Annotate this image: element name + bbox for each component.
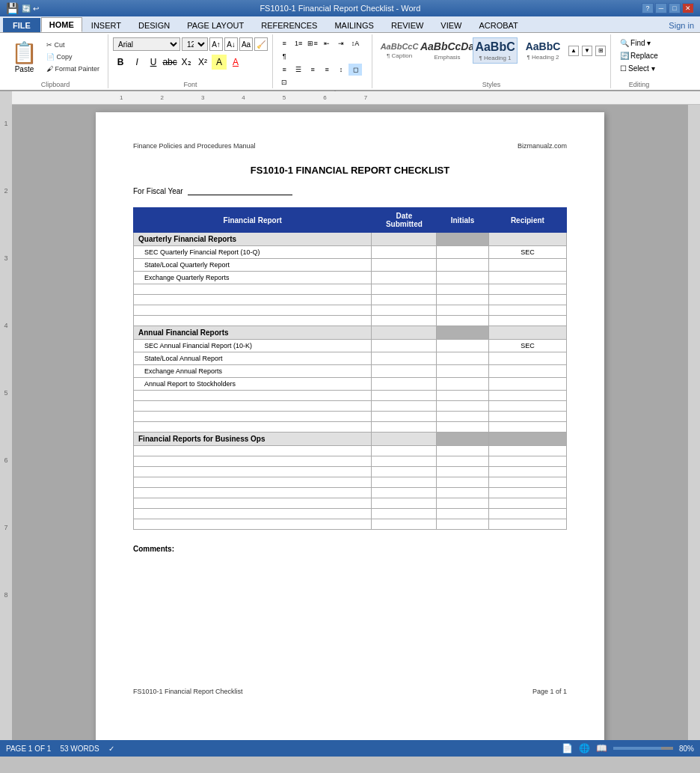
sidebar-num-2: 2 xyxy=(4,187,7,195)
tab-references[interactable]: REFERENCES xyxy=(253,18,325,32)
format-painter-button[interactable]: 🖌 Format Painter xyxy=(43,64,103,74)
cut-button[interactable]: ✂ Cut xyxy=(43,40,103,50)
row-stockholders-submitted xyxy=(372,378,437,391)
borders-button[interactable]: ⊡ xyxy=(277,76,291,88)
fiscal-year-input-line xyxy=(188,186,292,195)
change-case-button[interactable]: Aa xyxy=(239,37,253,51)
copy-button[interactable]: 📄 Copy xyxy=(43,52,103,62)
style-caption[interactable]: AaBbCcC ¶ Caption xyxy=(377,40,422,61)
col-header-submitted: DateSubmitted xyxy=(372,208,437,233)
tab-view[interactable]: VIEW xyxy=(432,18,470,32)
find-button[interactable]: 🔍 Find ▾ xyxy=(615,37,663,49)
tab-acrobat[interactable]: ACROBAT xyxy=(470,18,526,32)
replace-button[interactable]: 🔄 Replace xyxy=(615,50,663,61)
status-right: 📄 🌐 📖 80% xyxy=(562,743,694,754)
close-button[interactable]: ✕ xyxy=(682,3,694,13)
bullets-button[interactable]: ≡ xyxy=(277,37,291,49)
bold-button[interactable]: B xyxy=(113,55,128,70)
style-heading1[interactable]: AaBbC ¶ Heading 1 xyxy=(473,37,518,64)
tab-page-layout[interactable]: PAGE LAYOUT xyxy=(179,18,252,32)
tab-design[interactable]: DESIGN xyxy=(130,18,178,32)
tab-insert[interactable]: INSERT xyxy=(83,18,129,32)
superscript-button[interactable]: X² xyxy=(195,55,210,70)
document-scroll-area[interactable]: Finance Policies and Procedures Manual B… xyxy=(12,105,688,740)
right-scrollbar[interactable] xyxy=(688,105,700,740)
status-bar: PAGE 1 OF 1 53 WORDS ✓ 📄 🌐 📖 80% xyxy=(0,740,700,757)
font-color-button[interactable]: A xyxy=(228,55,243,70)
table-row xyxy=(134,295,567,305)
row-exchangea-submitted xyxy=(372,365,437,378)
underline-button[interactable]: U xyxy=(146,55,161,70)
styles-area: AaBbCcC ¶ Caption AaBbCcDa Emphasis AaBb… xyxy=(377,34,606,67)
style-heading1-label: ¶ Heading 1 xyxy=(479,55,512,61)
select-button[interactable]: ☐ Select ▾ xyxy=(615,63,663,74)
table-row xyxy=(134,456,567,467)
help-button[interactable]: ? xyxy=(642,3,654,13)
increase-indent-button[interactable]: ⇥ xyxy=(334,37,348,49)
align-left-button[interactable]: ≡ xyxy=(277,64,291,76)
tab-mailings[interactable]: MAILINGS xyxy=(326,18,382,32)
decrease-indent-button[interactable]: ⇤ xyxy=(320,37,334,49)
status-left: PAGE 1 OF 1 53 WORDS ✓ xyxy=(6,745,114,753)
col-header-initials: Initials xyxy=(437,208,488,233)
view-web-icon[interactable]: 🌐 xyxy=(579,743,590,754)
ribbon-group-clipboard: 📋 Paste ✂ Cut 📄 Copy 🖌 Format Painter Cl… xyxy=(3,34,108,88)
row-stockholders-recipient xyxy=(488,378,566,391)
numbering-button[interactable]: 1≡ xyxy=(292,37,305,49)
style-emphasis[interactable]: AaBbCcDa Emphasis xyxy=(425,38,470,63)
paste-button[interactable]: 📋 Paste xyxy=(7,38,41,76)
annual-submitted xyxy=(372,326,437,340)
paste-label: Paste xyxy=(15,65,34,73)
subscript-button[interactable]: X₂ xyxy=(179,55,194,70)
maximize-button[interactable]: □ xyxy=(669,3,681,13)
align-right-button[interactable]: ≡ xyxy=(306,64,319,76)
tab-file[interactable]: FILE xyxy=(3,18,40,32)
sort-button[interactable]: ↕A xyxy=(349,37,362,49)
fiscal-year-line: For Fiscal Year xyxy=(133,186,567,195)
align-center-button[interactable]: ☰ xyxy=(292,64,305,76)
style-heading2-label: ¶ Heading 2 xyxy=(527,54,559,61)
increase-font-button[interactable]: A↑ xyxy=(209,37,223,51)
row-exchangeq-recipient xyxy=(488,272,566,284)
italic-button[interactable]: I xyxy=(129,55,144,70)
strikethrough-button[interactable]: abc xyxy=(162,55,177,70)
show-formatting-button[interactable]: ¶ xyxy=(277,50,291,62)
title-bar-controls[interactable]: ? ─ □ ✕ xyxy=(642,3,694,13)
annual-initials xyxy=(437,326,488,340)
styles-scroll-up[interactable]: ▲ xyxy=(568,46,579,56)
style-heading2[interactable]: AaBbC ¶ Heading 2 xyxy=(521,38,565,63)
document-page[interactable]: Finance Policies and Procedures Manual B… xyxy=(96,112,604,740)
table-row: SEC Annual Financial Report (10-K) SEC xyxy=(134,340,567,352)
justify-button[interactable]: ≡ xyxy=(320,64,334,76)
minimize-button[interactable]: ─ xyxy=(655,3,667,13)
view-print-icon[interactable]: 📄 xyxy=(562,743,573,754)
row-statea-initials xyxy=(437,352,488,365)
row-stockholders-report: Annual Report to Stockholders xyxy=(134,378,372,391)
view-read-icon[interactable]: 📖 xyxy=(596,743,607,754)
tab-review[interactable]: REVIEW xyxy=(383,18,432,32)
sign-in-link[interactable]: Sign in xyxy=(663,19,700,32)
title-bar: 💾 🔄 ↩ FS1010-1 Financial Report Checklis… xyxy=(0,0,700,16)
highlight-button[interactable]: A xyxy=(212,55,227,70)
paragraph-buttons-row1: ≡ 1≡ ⊞≡ ⇤ ⇥ ↕A ¶ xyxy=(277,37,367,62)
row-stateq-recipient xyxy=(488,259,566,272)
tab-home[interactable]: HOME xyxy=(41,17,82,32)
table-row: Annual Report to Stockholders xyxy=(134,378,567,391)
sidebar-num-8: 8 xyxy=(4,591,7,599)
row-statea-submitted xyxy=(372,352,437,365)
proofing-icon[interactable]: ✓ xyxy=(108,745,114,753)
zoom-slider[interactable] xyxy=(613,747,673,750)
decrease-font-button[interactable]: A↓ xyxy=(224,37,238,51)
clear-format-button[interactable]: 🧹 xyxy=(254,37,268,51)
shading-button[interactable]: ◻ xyxy=(349,64,362,76)
business-ops-initials xyxy=(437,433,488,446)
font-family-select[interactable]: Arial xyxy=(113,37,180,51)
multilevel-list-button[interactable]: ⊞≡ xyxy=(306,37,319,49)
font-size-select[interactable]: 12 xyxy=(182,37,208,51)
table-row: Exchange Quarterly Reports xyxy=(134,272,567,284)
editing-area: 🔍 Find ▾ 🔄 Replace ☐ Select ▾ xyxy=(615,34,663,77)
styles-scroll-down[interactable]: ▼ xyxy=(582,46,592,56)
line-spacing-button[interactable]: ↕ xyxy=(334,64,348,76)
styles-expand[interactable]: ⊞ xyxy=(595,46,606,56)
table-row xyxy=(134,477,567,488)
